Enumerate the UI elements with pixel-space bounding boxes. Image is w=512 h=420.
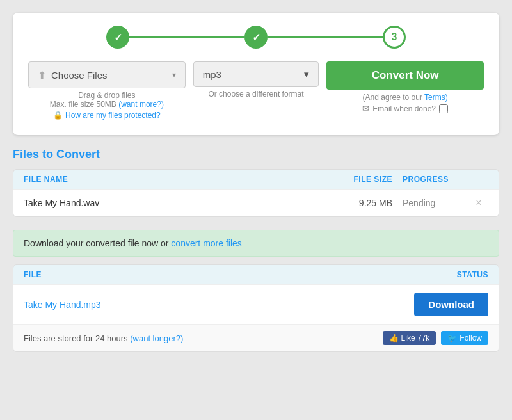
choose-files-label: Choose Files [51,70,108,81]
download-row: Take My Hand.mp3 Download [13,284,499,324]
convert-group: Convert Now (And agree to our Terms) ✉ E… [326,61,484,113]
format-select[interactable]: mp3 ▾ [193,61,319,87]
follow-button[interactable]: 🐦 Follow [441,331,488,345]
terms-link[interactable]: Terms) [424,93,448,102]
social-buttons: 👍 Like 77k 🐦 Follow [383,331,488,345]
format-hint: Or choose a different format [208,90,303,99]
remove-file-button[interactable]: × [469,197,488,209]
file-progress: Pending [392,198,469,208]
upload-card: ✓ ✓ 3 ⬆ Choose Files ▾ Drag & drop files [13,13,499,135]
header-filename: FILE NAME [24,175,335,184]
btn-divider [140,69,140,81]
convert-more-link[interactable]: convert more files [171,238,241,248]
download-button[interactable]: Download [414,293,488,316]
follow-label: Follow [460,334,482,343]
download-section: Download your converted file now or conv… [13,230,499,352]
upload-icon: ⬆ [38,69,46,81]
header-action [469,175,488,184]
table-row: Take My Hand.wav 9.25 MB Pending × [13,189,499,216]
file-name: Take My Hand.wav [24,198,335,208]
choose-files-dropdown-arrow[interactable]: ▾ [172,70,176,79]
header-filesize: FILE SIZE [335,175,392,184]
convert-now-button[interactable]: Convert Now [326,61,484,90]
format-group: mp3 ▾ Or choose a different format [193,61,319,99]
footer-text: Files are stored for 24 hours (want long… [24,334,183,343]
email-icon: ✉ [362,104,369,113]
want-more-link[interactable]: (want more?) [118,100,164,109]
want-longer-link[interactable]: (want longer?) [130,334,183,343]
choose-files-button[interactable]: ⬆ Choose Files ▾ [28,61,186,88]
step-3: 3 [383,26,406,49]
footer-row: Files are stored for 24 hours (want long… [13,324,499,351]
step-line-1 [129,36,244,38]
files-section-title: Files to Convert [13,148,499,161]
drag-hint: Drag & drop files Max. file size 50MB (w… [50,91,164,109]
email-label: Email when done? [372,104,436,113]
download-filename: Take My Hand.mp3 [24,300,386,310]
download-banner: Download your converted file now or conv… [13,230,499,257]
download-table: FILE STATUS Take My Hand.mp3 Download Fi… [13,264,499,352]
files-section: Files to Convert FILE NAME FILE SIZE PRO… [13,148,499,217]
header-status: STATUS [386,270,488,279]
choose-files-group: ⬆ Choose Files ▾ Drag & drop files Max. … [28,61,186,120]
twitter-icon: 🐦 [447,334,457,343]
step-2: ✓ [244,26,268,49]
header-file: FILE [24,270,386,279]
like-label: Like 77k [401,334,430,343]
files-table-header: FILE NAME FILE SIZE PROGRESS [13,170,499,189]
convert-terms: (And agree to our Terms) [363,93,448,102]
download-table-header: FILE STATUS [13,265,499,284]
protect-link[interactable]: 🔒 How are my files protected? [53,111,161,120]
thumbs-up-icon: 👍 [389,334,399,343]
stepper: ✓ ✓ 3 [28,26,484,49]
like-button[interactable]: 👍 Like 77k [383,331,436,345]
email-row: ✉ Email when done? [362,104,448,113]
download-status: Download [386,293,488,316]
email-checkbox[interactable] [439,104,448,113]
download-file-link[interactable]: Take My Hand.mp3 [24,300,101,310]
file-size: 9.25 MB [335,198,392,208]
format-value: mp3 [203,69,221,80]
lock-icon: 🔒 [53,111,63,120]
files-table: FILE NAME FILE SIZE PROGRESS Take My Han… [13,169,499,217]
step-line-2 [268,36,383,38]
header-progress: PROGRESS [392,175,469,184]
controls-row: ⬆ Choose Files ▾ Drag & drop files Max. … [28,61,484,120]
step-1: ✓ [106,26,129,49]
format-dropdown-arrow: ▾ [304,69,309,80]
